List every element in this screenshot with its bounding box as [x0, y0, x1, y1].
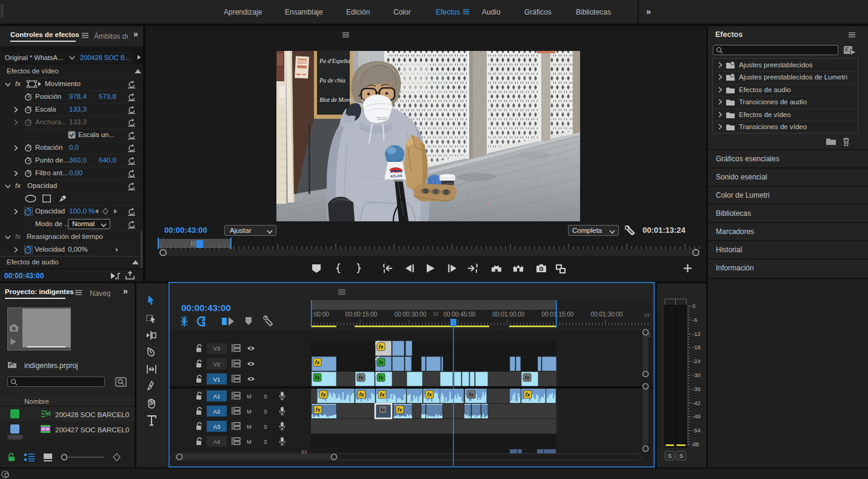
svg-text:S: S [264, 438, 267, 445]
svg-text:00:00:45:00: 00:00:45:00 [444, 311, 476, 318]
svg-text:-30: -30 [692, 372, 701, 378]
svg-text:S: S [264, 408, 267, 415]
svg-text:fx: fx [315, 375, 320, 381]
svg-text:-6: -6 [692, 317, 697, 323]
svg-text:fx: fx [379, 392, 385, 398]
svg-text:S: S [264, 423, 267, 430]
svg-text:M: M [247, 408, 252, 415]
svg-text:fx: fx [315, 360, 320, 366]
svg-text:fx: fx [315, 407, 321, 413]
svg-text:Pa d'Espelta: Pa d'Espelta [319, 58, 350, 64]
svg-text:-12: -12 [692, 330, 701, 337]
svg-text:00:01:00:00: 00:01:00:00 [493, 311, 525, 318]
svg-text:00:01:30:00: 00:01:30:00 [591, 311, 623, 318]
svg-text:fx: fx [525, 392, 530, 398]
svg-text:0: 0 [692, 303, 695, 309]
svg-text:V1: V1 [213, 376, 221, 383]
svg-text:M: M [247, 393, 252, 400]
svg-text:-54: -54 [692, 427, 701, 434]
svg-text:S: S [679, 452, 683, 459]
svg-text:fx: fx [378, 344, 384, 350]
svg-text:A2: A2 [213, 408, 221, 415]
svg-text:V3: V3 [213, 345, 221, 352]
svg-text:Pa de chia: Pa de chia [319, 77, 346, 84]
svg-text:00:00:15:00: 00:00:15:00 [346, 311, 378, 318]
svg-text:fx: fx [469, 392, 474, 398]
svg-text:Blat de Moro: Blat de Moro [319, 96, 352, 103]
svg-text:A4: A4 [213, 438, 221, 445]
svg-text:dB: dB [692, 441, 699, 447]
svg-text:fx: fx [358, 375, 364, 381]
svg-text:-48: -48 [692, 413, 701, 420]
svg-text:fx: fx [378, 375, 384, 381]
svg-text:A3: A3 [213, 423, 221, 430]
svg-text:fx: fx [380, 407, 386, 413]
svg-text:V2: V2 [213, 361, 221, 367]
svg-text:00:00:43:00: 00:00:43:00 [181, 303, 231, 313]
svg-text:fx: fx [378, 360, 384, 366]
svg-text::00:00: :00:00 [312, 311, 329, 318]
svg-text:S: S [668, 452, 672, 459]
svg-text:fx: fx [524, 375, 530, 381]
svg-text:-36: -36 [692, 386, 701, 392]
svg-text:fx: fx [427, 392, 432, 398]
svg-text:fx: fx [321, 392, 326, 398]
svg-text:S: S [264, 393, 267, 400]
svg-text:00:00:30:00: 00:00:30:00 [395, 311, 427, 318]
svg-text:00:01:15:00: 00:01:15:00 [542, 311, 574, 318]
svg-text:fx: fx [397, 407, 402, 413]
svg-text:M: M [247, 438, 252, 445]
svg-text:-24: -24 [692, 358, 701, 364]
svg-text:M: M [247, 423, 252, 430]
svg-text:fx: fx [359, 392, 364, 398]
svg-text:-42: -42 [692, 400, 701, 406]
svg-text:-18: -18 [692, 344, 701, 350]
svg-text:A1: A1 [213, 393, 221, 400]
